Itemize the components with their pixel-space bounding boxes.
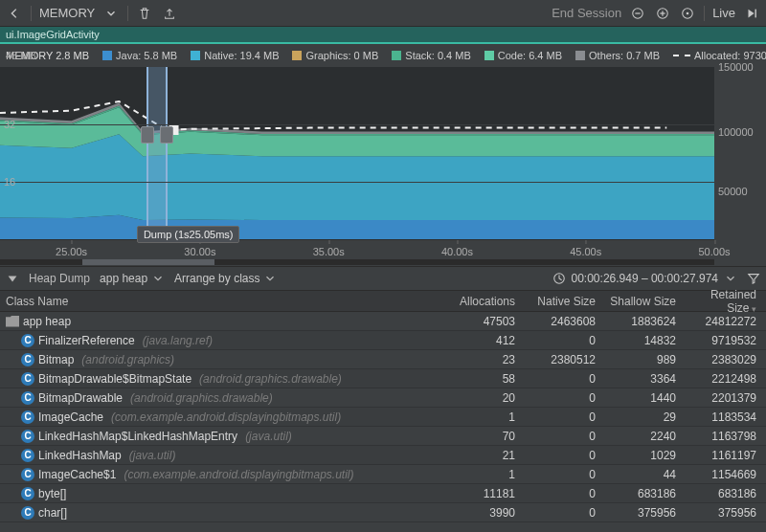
heap-dump-toolbar: Heap Dump app heap Arrange by class 00:0… <box>0 266 766 291</box>
col-retained-size[interactable]: Retained Size <box>686 288 766 315</box>
end-session-button[interactable]: End Session <box>552 6 621 20</box>
class-name-cell: C LinkedHashMap$LinkedHashMapEntry (java… <box>0 430 444 443</box>
cell-allocations: 70 <box>444 430 525 443</box>
col-class-name[interactable]: Class Name <box>0 295 444 308</box>
y-tick-left: 32 <box>4 119 15 130</box>
gridline <box>0 124 714 125</box>
zoom-out-icon[interactable] <box>629 5 646 22</box>
cell-native-size: 0 <box>525 430 605 443</box>
legend-swatch <box>292 51 302 60</box>
col-shallow-size[interactable]: Shallow Size <box>605 295 686 308</box>
class-name: Bitmap <box>38 353 74 366</box>
table-row[interactable]: C BitmapDrawable (android.graphics.drawa… <box>0 388 766 408</box>
y-axis-right: 15000010000050000 <box>714 67 766 239</box>
legend-label: Allocated: 97300 <box>694 50 766 61</box>
legend-item: Java: 5.8 MB <box>102 50 177 61</box>
col-allocations[interactable]: Allocations <box>444 295 525 308</box>
cell-shallow-size: 989 <box>605 353 686 366</box>
chevron-down-icon <box>263 272 277 285</box>
chevron-down-icon[interactable] <box>102 5 120 22</box>
class-package: (android.graphics.drawable) <box>130 391 273 405</box>
time-range-text: 00:00:26.949 – 00:00:27.974 <box>572 272 718 285</box>
cell-native-size: 0 <box>525 487 605 500</box>
heap-selector[interactable]: app heap <box>100 272 165 285</box>
table-row[interactable]: C BitmapDrawable$BitmapState (android.gr… <box>0 369 766 388</box>
time-axis[interactable]: 25.00s30.00s35.00s40.00s45.00s50.00s <box>0 239 714 266</box>
cell-retained-size: 1154669 <box>686 468 766 481</box>
legend-item: Code: 6.4 MB <box>484 50 562 61</box>
legend-label: Java: 5.8 MB <box>116 50 177 61</box>
cell-retained-size: 9719532 <box>686 334 766 347</box>
heap-dump-title: Heap Dump <box>29 272 90 285</box>
heap-table: Class Name Allocations Native Size Shall… <box>0 291 766 522</box>
class-name-cell: C byte[] <box>0 487 444 500</box>
table-row[interactable]: C char[] 3990 0 375956 375956 <box>0 503 766 522</box>
go-live-icon[interactable] <box>743 5 760 22</box>
class-icon: C <box>21 372 34 386</box>
class-package: (com.example.android.displayingbitmaps.u… <box>124 468 353 481</box>
class-package: (android.graphics) <box>81 353 174 366</box>
table-row[interactable]: C Bitmap (android.graphics) 23 2380512 9… <box>0 350 766 369</box>
cell-shallow-size: 29 <box>605 410 686 424</box>
table-row[interactable]: C LinkedHashMap$LinkedHashMapEntry (java… <box>0 427 766 446</box>
cell-native-size: 0 <box>525 506 605 520</box>
export-icon[interactable] <box>161 5 178 22</box>
filter-icon[interactable] <box>747 272 760 285</box>
table-row[interactable]: C ImageCache (com.example.android.displa… <box>0 408 766 427</box>
cell-allocations: 23 <box>444 353 525 366</box>
profiler-toolbar: MEMORY End Session Live <box>0 0 766 27</box>
class-icon: C <box>21 468 34 481</box>
chart-plot-area[interactable]: 3216 <box>0 67 714 239</box>
timeline-scrollbar-thumb[interactable] <box>82 259 214 265</box>
cell-shallow-size: 1440 <box>605 391 686 405</box>
cell-shallow-size: 375956 <box>605 506 686 520</box>
table-row[interactable]: C byte[] 11181 0 683186 683186 <box>0 484 766 503</box>
back-button[interactable] <box>6 5 23 22</box>
class-icon: C <box>21 410 34 424</box>
legend-item: Stack: 0.4 MB <box>392 50 470 61</box>
y-tick-left: 16 <box>4 176 15 188</box>
expand-icon[interactable] <box>6 272 19 285</box>
class-icon: C <box>21 334 34 347</box>
legend-swatch <box>191 51 200 60</box>
class-name-cell: C Bitmap (android.graphics) <box>0 353 444 366</box>
time-tick: 35.00s <box>313 246 345 257</box>
class-name-cell: C ImageCache (com.example.android.displa… <box>0 410 444 424</box>
heap-selector-value: app heap <box>100 272 147 285</box>
cell-retained-size: 2212498 <box>686 372 766 386</box>
legend-label: Native: 19.4 MB <box>204 50 279 61</box>
table-row[interactable]: C ImageCache$1 (com.example.android.disp… <box>0 465 766 484</box>
trash-icon[interactable] <box>136 5 153 22</box>
time-selection[interactable] <box>146 67 168 239</box>
timeline-scrollbar-track[interactable] <box>0 259 714 265</box>
arrange-selector-value: Arrange by class <box>174 272 259 285</box>
cell-native-size: 0 <box>525 391 605 405</box>
arrange-selector[interactable]: Arrange by class <box>174 272 277 285</box>
class-name: byte[] <box>38 487 66 500</box>
time-tick: 25.00s <box>56 246 87 257</box>
class-name-cell: C BitmapDrawable (android.graphics.drawa… <box>0 391 444 405</box>
time-tick: 40.00s <box>441 246 473 257</box>
selection-handle-left[interactable] <box>141 126 154 144</box>
legend-swatch <box>484 51 494 60</box>
profiler-type-label[interactable]: MEMORY <box>39 6 95 20</box>
cell-shallow-size: 2240 <box>605 430 686 443</box>
table-row[interactable]: C LinkedHashMap (java.util) 21 0 1029 11… <box>0 446 766 465</box>
legend-allocated: Allocated: 97300 <box>673 50 766 61</box>
legend-label: Others: 0.7 MB <box>589 50 660 61</box>
col-native-size[interactable]: Native Size <box>525 295 605 308</box>
selection-handle-right[interactable] <box>160 126 173 144</box>
cell-allocations: 11181 <box>444 487 525 500</box>
time-tick: 30.00s <box>184 246 215 257</box>
cell-retained-size: 2201379 <box>686 391 766 405</box>
dashed-line-icon <box>673 55 690 56</box>
table-row[interactable]: C FinalizerReference (java.lang.ref) 412… <box>0 331 766 350</box>
activity-strip: ui.ImageGridActivity <box>0 27 766 44</box>
zoom-reset-icon[interactable] <box>679 5 696 22</box>
zoom-in-icon[interactable] <box>654 5 671 22</box>
time-tick: 50.00s <box>698 246 730 257</box>
chevron-down-icon[interactable] <box>724 272 737 285</box>
table-row[interactable]: app heap 47503 2463608 1883624 24812272 <box>0 312 766 331</box>
class-package: (com.example.android.displayingbitmaps.u… <box>111 410 341 424</box>
cell-retained-size: 24812272 <box>686 315 766 328</box>
